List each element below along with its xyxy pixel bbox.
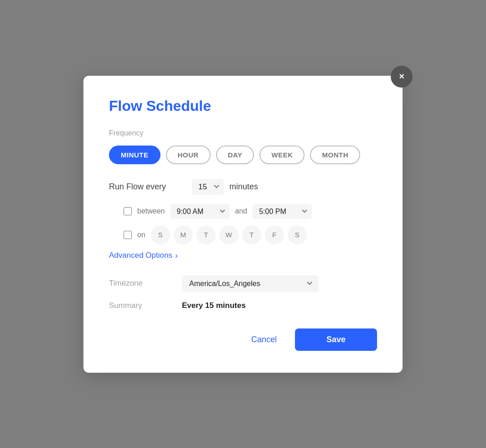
tab-month[interactable]: MONTH — [310, 146, 360, 164]
save-button[interactable]: Save — [295, 328, 377, 351]
day-friday[interactable]: F — [265, 225, 284, 245]
timezone-label: Timezone — [109, 275, 182, 292]
day-wednesday[interactable]: W — [219, 225, 238, 245]
between-row: between 9:00 AM 12:00 AM 6:00 AM 12:00 P… — [123, 204, 377, 219]
start-time-select[interactable]: 9:00 AM 12:00 AM 6:00 AM 12:00 PM — [171, 204, 230, 219]
tab-minute[interactable]: MINUTE — [109, 146, 160, 164]
frequency-section-label: Frequency — [109, 129, 377, 137]
interval-select[interactable]: 1 5 10 15 30 60 — [192, 179, 224, 195]
day-buttons: S M T W T F S — [151, 225, 307, 245]
tab-hour[interactable]: HOUR — [166, 146, 211, 164]
options-block: between 9:00 AM 12:00 AM 6:00 AM 12:00 P… — [109, 204, 377, 245]
run-flow-label: Run Flow every — [109, 182, 186, 192]
between-label: between — [137, 207, 165, 215]
day-monday[interactable]: M — [174, 225, 193, 245]
frequency-tabs: MINUTE HOUR DAY WEEK MONTH — [109, 146, 377, 164]
close-icon: × — [399, 71, 404, 82]
minutes-text: minutes — [229, 182, 258, 192]
summary-label: Summary — [109, 301, 182, 310]
day-sunday[interactable]: S — [151, 225, 170, 245]
timezone-select[interactable]: America/Los_Angeles America/New_York Ame… — [182, 275, 319, 292]
cancel-button[interactable]: Cancel — [242, 328, 286, 351]
chevron-right-icon: › — [175, 251, 178, 260]
timezone-value-cell: America/Los_Angeles America/New_York Ame… — [182, 275, 377, 292]
dialog-footer: Cancel Save — [109, 328, 377, 351]
on-days-checkbox[interactable] — [124, 231, 132, 239]
advanced-options-label: Advanced Options — [109, 251, 172, 260]
advanced-options-link[interactable]: Advanced Options › — [109, 251, 377, 260]
on-days-row: on S M T W T F S — [123, 225, 377, 245]
run-flow-row: Run Flow every 1 5 10 15 30 60 minutes — [109, 179, 377, 195]
flow-schedule-modal: × Flow Schedule Frequency MINUTE HOUR DA… — [83, 76, 403, 373]
tab-day[interactable]: DAY — [216, 146, 254, 164]
summary-value-cell: Every 15 minutes — [182, 301, 377, 310]
form-grid: Timezone America/Los_Angeles America/New… — [109, 275, 377, 310]
close-button[interactable]: × — [391, 66, 413, 88]
end-time-select[interactable]: 5:00 PM 1:00 PM 6:00 PM 8:00 PM — [253, 204, 312, 219]
on-label: on — [137, 231, 145, 239]
modal-title: Flow Schedule — [109, 98, 377, 115]
day-tuesday[interactable]: T — [196, 225, 216, 245]
and-text: and — [235, 207, 248, 215]
day-thursday[interactable]: T — [242, 225, 261, 245]
between-checkbox[interactable] — [124, 207, 132, 215]
summary-value: Every 15 minutes — [182, 301, 246, 310]
day-saturday[interactable]: S — [288, 225, 307, 245]
tab-week[interactable]: WEEK — [259, 146, 305, 164]
